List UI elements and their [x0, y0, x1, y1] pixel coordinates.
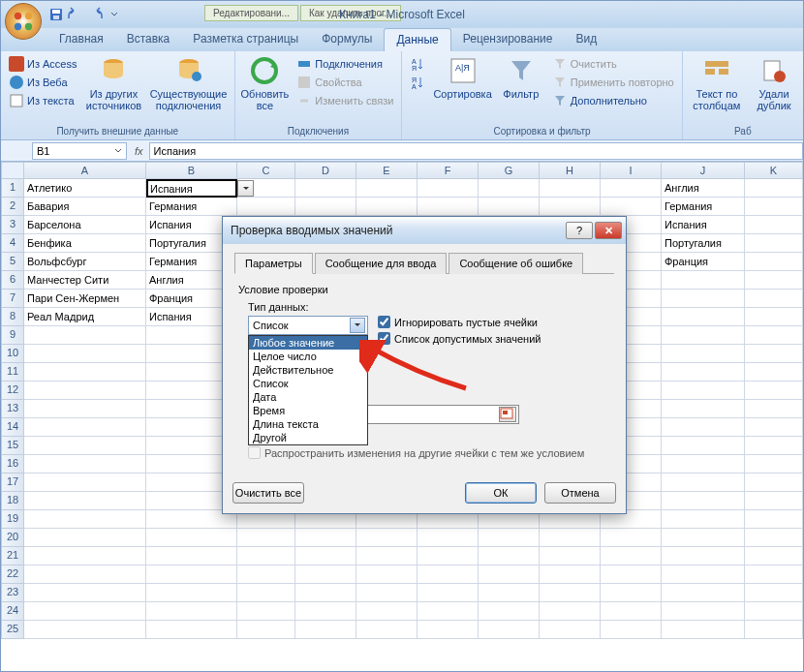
cell[interactable]	[662, 437, 745, 455]
dialog-help-button[interactable]: ?	[566, 222, 593, 239]
cell[interactable]	[237, 602, 295, 621]
cell[interactable]	[479, 179, 540, 198]
tab-settings[interactable]: Параметры	[234, 253, 313, 274]
dialog-close-button[interactable]: ✕	[595, 222, 622, 239]
cell[interactable]	[540, 179, 601, 198]
cell[interactable]	[479, 584, 540, 602]
cell[interactable]	[237, 198, 295, 216]
row-header[interactable]: 10	[1, 345, 24, 363]
edit-links-button[interactable]: Изменить связи	[294, 92, 395, 109]
row-header[interactable]: 8	[1, 308, 24, 326]
column-header[interactable]: I	[601, 162, 662, 179]
from-text-button[interactable]: Из текста	[7, 92, 78, 109]
propagate-checkbox[interactable]: Распространить изменения на другие ячейк…	[248, 446, 610, 459]
cell[interactable]	[417, 584, 479, 602]
select-option[interactable]: Любое значение	[249, 336, 367, 350]
from-web-button[interactable]: Из Веба	[7, 74, 78, 91]
cell[interactable]	[662, 547, 745, 565]
cell[interactable]: Манчестер Сити	[24, 271, 146, 290]
cell[interactable]: Испания	[146, 179, 237, 198]
cell[interactable]	[24, 621, 146, 639]
cell[interactable]: Атлетико	[24, 179, 146, 198]
row-header[interactable]: 22	[1, 565, 24, 584]
cell[interactable]	[662, 290, 745, 308]
cell[interactable]	[662, 363, 745, 382]
sort-button[interactable]: A|ЯСортировка	[433, 55, 491, 100]
dialog-titlebar[interactable]: Проверка вводимых значений ? ✕	[223, 217, 626, 244]
other-sources-button[interactable]: Из других источников	[84, 55, 142, 111]
cell[interactable]	[745, 584, 803, 602]
ribbon-tab-формулы[interactable]: Формулы	[310, 28, 384, 51]
column-header[interactable]: B	[146, 162, 237, 179]
select-option[interactable]: Дата	[249, 390, 367, 404]
existing-connections-button[interactable]: Существующие подключения	[148, 55, 228, 111]
cell[interactable]	[24, 565, 146, 584]
row-header[interactable]: 25	[1, 621, 24, 639]
cell[interactable]	[356, 621, 417, 639]
data-type-select[interactable]: Список Любое значениеЦелое числоДействит…	[248, 316, 368, 335]
select-option[interactable]: Другой	[249, 431, 367, 444]
select-option[interactable]: Длина текста	[249, 417, 367, 431]
cell[interactable]	[295, 621, 356, 639]
cell[interactable]	[24, 473, 146, 492]
cell[interactable]	[745, 253, 803, 271]
clear-filter-button[interactable]: Очистить	[550, 55, 676, 73]
cell[interactable]	[24, 437, 146, 455]
column-header[interactable]: A	[24, 162, 146, 179]
cell[interactable]	[356, 547, 417, 565]
cell[interactable]: Пари Сен-Жермен	[24, 290, 146, 308]
cell[interactable]	[417, 529, 479, 547]
cell[interactable]: Бенфика	[24, 234, 146, 253]
cell[interactable]	[24, 400, 146, 418]
cell[interactable]	[146, 602, 237, 621]
cell[interactable]	[237, 529, 295, 547]
cell[interactable]: Португалия	[662, 234, 745, 253]
cell[interactable]	[745, 308, 803, 326]
column-header[interactable]: C	[237, 162, 295, 179]
cell[interactable]	[745, 529, 803, 547]
cell[interactable]	[745, 345, 803, 363]
row-header[interactable]: 21	[1, 547, 24, 565]
remove-duplicates-button[interactable]: Удали дублик	[751, 55, 797, 111]
cell[interactable]	[24, 363, 146, 382]
column-header[interactable]: E	[356, 162, 417, 179]
cell[interactable]	[24, 382, 146, 400]
cell[interactable]	[662, 602, 745, 621]
cell[interactable]	[24, 418, 146, 437]
cell[interactable]	[540, 584, 601, 602]
row-header[interactable]: 19	[1, 510, 24, 529]
cell[interactable]	[745, 437, 803, 455]
cell[interactable]	[662, 326, 745, 345]
select-option[interactable]: Действительное	[249, 363, 367, 377]
cell[interactable]	[540, 621, 601, 639]
cell[interactable]: Бавария	[24, 198, 146, 216]
cell[interactable]	[295, 584, 356, 602]
select-option[interactable]: Список	[249, 377, 367, 390]
cell[interactable]	[237, 621, 295, 639]
cell[interactable]	[146, 584, 237, 602]
cell[interactable]	[662, 308, 745, 326]
ribbon-tab-разметка страницы[interactable]: Разметка страницы	[181, 28, 310, 51]
cell[interactable]	[24, 510, 146, 529]
cell[interactable]	[479, 602, 540, 621]
cell[interactable]	[479, 198, 540, 216]
cell[interactable]	[356, 602, 417, 621]
cell[interactable]	[745, 290, 803, 308]
row-header[interactable]: 12	[1, 382, 24, 400]
cell[interactable]	[745, 621, 803, 639]
cell[interactable]	[540, 565, 601, 584]
cell[interactable]	[745, 547, 803, 565]
tab-input-message[interactable]: Сообщение для ввода	[315, 253, 448, 274]
cell[interactable]	[356, 198, 417, 216]
cell[interactable]	[417, 198, 479, 216]
select-all-corner[interactable]	[1, 162, 24, 179]
cell[interactable]: Франция	[662, 253, 745, 271]
cell[interactable]: Вольфсбург	[24, 253, 146, 271]
undo-icon[interactable]	[67, 6, 84, 23]
cell[interactable]	[479, 547, 540, 565]
sort-desc-button[interactable]: ЯA	[408, 74, 427, 91]
ribbon-tab-вставка[interactable]: Вставка	[115, 28, 182, 51]
cell[interactable]	[146, 529, 237, 547]
row-header[interactable]: 15	[1, 437, 24, 455]
properties-button[interactable]: Свойства	[294, 74, 395, 91]
